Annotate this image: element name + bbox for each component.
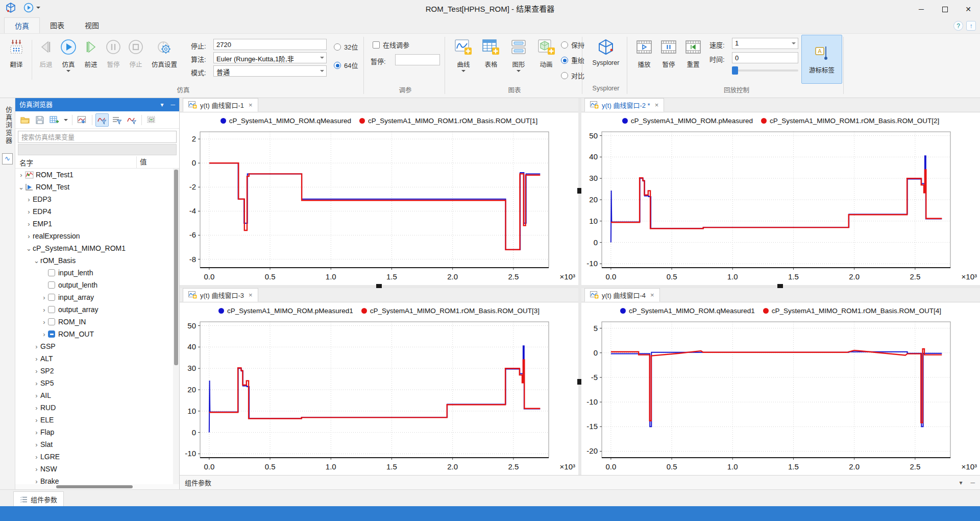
params-menu-caret-icon[interactable]: ▾: [959, 479, 962, 486]
tree-row-ROM_OUT[interactable]: ›ROM_OUT: [15, 328, 173, 340]
maximize-button[interactable]: [933, 0, 957, 18]
chevron-down-icon[interactable]: ⌄: [17, 183, 25, 191]
filter-list-button[interactable]: [110, 113, 124, 127]
panel-menu-caret-icon[interactable]: ▾: [160, 98, 163, 111]
tree-row-input_lenth[interactable]: input_lenth: [15, 267, 173, 279]
graph-dropdown-caret-icon[interactable]: [517, 70, 521, 72]
tree-row-EMP1[interactable]: ›EMP1: [15, 218, 173, 230]
speed-select[interactable]: 1: [732, 38, 798, 49]
slider-thumb[interactable]: [732, 66, 738, 75]
legend-item[interactable]: cP_SystemA1_MIMO_ROM1.rOM_Basis.ROM_OUT[…: [763, 307, 941, 315]
tree-row-ELE[interactable]: ›ELE: [15, 414, 173, 426]
collapse-all-button[interactable]: [145, 113, 158, 127]
column-name[interactable]: 名字: [15, 157, 136, 168]
chevron-right-icon[interactable]: ›: [40, 294, 48, 301]
tree-row-SP5[interactable]: ›SP5: [15, 377, 173, 389]
splitter-grip[interactable]: [577, 379, 581, 385]
tree-row-GSP[interactable]: ›GSP: [15, 340, 173, 352]
chevron-down-icon[interactable]: ⌄: [33, 257, 40, 265]
plot3-tab[interactable]: y(t) 曲线窗口-3×: [183, 288, 258, 302]
new-graph-button[interactable]: 图形: [506, 36, 531, 83]
time-input[interactable]: [732, 52, 798, 63]
splitter-grip[interactable]: [376, 284, 382, 288]
minimize-button[interactable]: ─: [910, 0, 933, 18]
collapse-ribbon-icon[interactable]: ↑: [966, 21, 976, 31]
radio-64bit[interactable]: 64位: [334, 60, 358, 70]
mode-select[interactable]: 普通: [213, 65, 327, 77]
wave-icon[interactable]: ∿: [2, 153, 13, 164]
plot2-canvas[interactable]: 0.00.51.01.52.02.550403020100-10×10³: [581, 129, 980, 285]
stop-time-input[interactable]: [213, 39, 327, 50]
legend-item[interactable]: cP_SystemA1_MIMO_ROM.pMeasured1: [218, 307, 353, 315]
close-icon[interactable]: ×: [655, 101, 659, 109]
online-tuning-checkbox[interactable]: 在线调参: [373, 40, 409, 50]
new-curve-button[interactable]: 曲线: [451, 36, 476, 83]
cursor-tag-button[interactable]: A 游标标签: [801, 35, 842, 84]
chevron-right-icon[interactable]: ›: [25, 196, 33, 203]
chevron-right-icon[interactable]: ›: [33, 367, 40, 375]
help-icon[interactable]: ?: [953, 21, 963, 31]
splitter-grip[interactable]: [577, 188, 581, 194]
tree-row-Slat[interactable]: ›Slat: [15, 438, 173, 451]
chevron-right-icon[interactable]: ›: [33, 392, 40, 399]
chevron-right-icon[interactable]: ›: [33, 404, 40, 412]
chevron-right-icon[interactable]: ›: [17, 171, 25, 179]
tree-row-NSW[interactable]: ›NSW: [15, 463, 173, 475]
statusbar-tab-component-params[interactable]: 组件参数: [13, 491, 64, 507]
chevron-right-icon[interactable]: ›: [25, 220, 33, 228]
variable-checkbox[interactable]: [48, 294, 55, 301]
plot3-canvas[interactable]: 0.00.51.01.52.02.550403020100-10×10³: [180, 319, 578, 475]
tree-row-ROM_Test[interactable]: ⌄ROM_Test: [15, 181, 173, 193]
plot1-tab[interactable]: y(t) 曲线窗口-1×: [183, 98, 258, 112]
chevron-right-icon[interactable]: ›: [33, 478, 40, 485]
tree-row-RUD[interactable]: ›RUD: [15, 401, 173, 414]
ribbon-tab-1[interactable]: 图表: [40, 17, 75, 33]
scrollbar-thumb[interactable]: [174, 170, 178, 365]
chevron-right-icon[interactable]: ›: [40, 306, 48, 314]
tree-horizontal-scrollbar[interactable]: [15, 484, 179, 489]
tree-vertical-scrollbar[interactable]: [173, 169, 179, 484]
chevron-right-icon[interactable]: ›: [40, 330, 48, 338]
tree-row-AIL[interactable]: ›AIL: [15, 389, 173, 401]
tree-row-Flap[interactable]: ›Flap: [15, 426, 173, 438]
radio-compare[interactable]: 对比: [561, 70, 584, 80]
close-button[interactable]: ✕: [957, 0, 980, 18]
scrollbar-thumb[interactable]: [56, 485, 133, 488]
splitter-grip[interactable]: [777, 284, 783, 288]
chevron-right-icon[interactable]: ›: [33, 380, 40, 387]
playback-slider[interactable]: [732, 66, 798, 75]
tree-row-output_array[interactable]: ›output_array: [15, 303, 173, 316]
legend-item[interactable]: cP_SystemA1_MIMO_ROM1.rOM_Basis.ROM_OUT[…: [761, 117, 939, 125]
tree-row-EDP3[interactable]: ›EDP3: [15, 193, 173, 205]
plot4-canvas[interactable]: 0.00.51.01.52.02.550-5-10-15-20×10³: [581, 319, 980, 475]
simulate-button[interactable]: 仿真: [57, 36, 80, 83]
variable-checkbox[interactable]: [48, 318, 55, 325]
chevron-right-icon[interactable]: ›: [33, 416, 40, 424]
panel-minimize-icon[interactable]: ─: [170, 98, 175, 111]
tree-row-Brake[interactable]: ›Brake: [15, 475, 173, 484]
tree-row-ALT[interactable]: ›ALT: [15, 352, 173, 365]
export-table-button[interactable]: [48, 113, 61, 127]
chevron-right-icon[interactable]: ›: [33, 429, 40, 436]
tree-row-output_lenth[interactable]: output_lenth: [15, 279, 173, 291]
ribbon-tab-2[interactable]: 视图: [75, 17, 109, 33]
tree-row-ROM_IN[interactable]: ›ROM_IN: [15, 316, 173, 328]
export-dropdown-caret-icon[interactable]: [64, 119, 68, 121]
variable-checkbox[interactable]: [48, 306, 55, 313]
plot1-canvas[interactable]: 0.00.51.01.52.02.520-2-4-6-8×10³: [180, 129, 578, 285]
legend-item[interactable]: cP_SystemA1_MIMO_ROM.pMeasured: [622, 117, 753, 125]
chevron-down-icon[interactable]: ⌄: [25, 245, 33, 252]
tree-row-SP2[interactable]: ›SP2: [15, 365, 173, 377]
simulate-dropdown-caret-icon[interactable]: [66, 70, 70, 72]
close-icon[interactable]: ×: [249, 291, 253, 299]
chevron-right-icon[interactable]: ›: [33, 465, 40, 473]
step-forward-button[interactable]: 前进: [80, 36, 102, 83]
tree-row-realExpression[interactable]: ›realExpression: [15, 230, 173, 242]
radio-32bit[interactable]: 32位: [334, 42, 358, 52]
filter-curves-button[interactable]: [95, 113, 109, 127]
playback-reset-button[interactable]: 重置: [682, 36, 704, 83]
chevron-right-icon[interactable]: ›: [33, 441, 40, 448]
open-result-button[interactable]: [18, 113, 32, 127]
tree-row-EDP4[interactable]: ›EDP4: [15, 205, 173, 218]
tree-row-input_array[interactable]: ›input_array: [15, 291, 173, 303]
